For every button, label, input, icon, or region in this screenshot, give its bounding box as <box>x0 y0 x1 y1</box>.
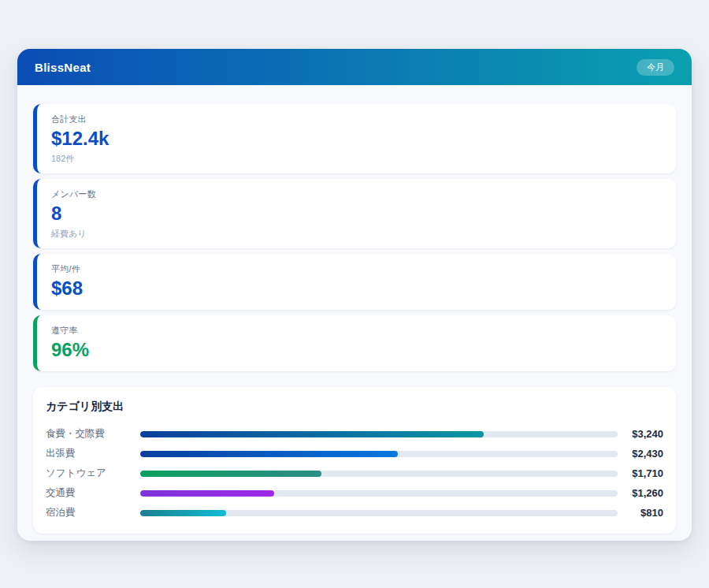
category-bar-fill <box>140 471 321 477</box>
category-row-food: 食費・交際費 $3,240 <box>46 424 663 444</box>
category-value: $1,710 <box>618 467 663 479</box>
category-bar-fill <box>140 451 398 457</box>
category-bar-track <box>140 490 618 497</box>
category-bar-track <box>140 451 618 457</box>
category-value: $810 <box>618 507 663 519</box>
stat-label: メンバー数 <box>51 188 662 199</box>
category-bar-fill <box>140 510 226 516</box>
dashboard-card: BlissNeat 今月 合計支出 $12.4k 182件 メンバー数 8 経費… <box>17 49 692 541</box>
category-label: 交通費 <box>46 486 140 500</box>
app-header: BlissNeat 今月 <box>17 49 692 85</box>
stat-value: $68 <box>51 277 662 300</box>
stat-card-compliance-rate: 遵守率 96% <box>33 315 676 371</box>
stat-label: 平均/件 <box>51 263 662 274</box>
app-body: 合計支出 $12.4k 182件 メンバー数 8 経費あり 平均/件 $68 遵… <box>17 85 692 551</box>
category-bar-track <box>140 471 618 477</box>
category-breakdown-title: カテゴリ別支出 <box>46 400 663 414</box>
category-value: $3,240 <box>618 428 663 440</box>
category-value: $1,260 <box>618 487 663 499</box>
stat-label: 合計支出 <box>51 114 662 125</box>
category-bar-track <box>140 510 618 516</box>
category-row-lodging: 宿泊費 $810 <box>46 503 663 523</box>
stat-value: 8 <box>51 202 662 225</box>
stat-value: 96% <box>51 338 662 362</box>
stat-card-total-spend: 合計支出 $12.4k 182件 <box>33 104 676 173</box>
category-bar-track <box>140 431 618 437</box>
category-label: 食費・交際費 <box>46 427 140 441</box>
category-value: $2,430 <box>618 448 663 460</box>
category-bar-fill <box>140 431 484 437</box>
stat-sub: 経費あり <box>51 228 662 239</box>
category-bar-fill <box>140 490 274 497</box>
category-row-transport: 交通費 $1,260 <box>46 483 663 503</box>
category-label: 宿泊費 <box>46 506 140 519</box>
category-label: ソフトウェア <box>46 467 140 480</box>
stat-value: $12.4k <box>51 127 662 151</box>
category-label: 出張費 <box>46 447 140 460</box>
category-row-software: ソフトウェア $1,710 <box>46 463 663 483</box>
category-breakdown-card: カテゴリ別支出 食費・交際費 $3,240 出張費 $2,430 ソフトウェア … <box>33 387 676 534</box>
stat-card-average-per-item: 平均/件 $68 <box>33 254 676 310</box>
stat-label: 遵守率 <box>51 325 662 336</box>
app-title: BlissNeat <box>35 61 91 74</box>
period-badge[interactable]: 今月 <box>637 59 674 76</box>
category-row-business-trip: 出張費 $2,430 <box>46 444 663 463</box>
stat-sub: 182件 <box>51 153 662 164</box>
stat-card-member-count: メンバー数 8 経費あり <box>33 179 676 248</box>
